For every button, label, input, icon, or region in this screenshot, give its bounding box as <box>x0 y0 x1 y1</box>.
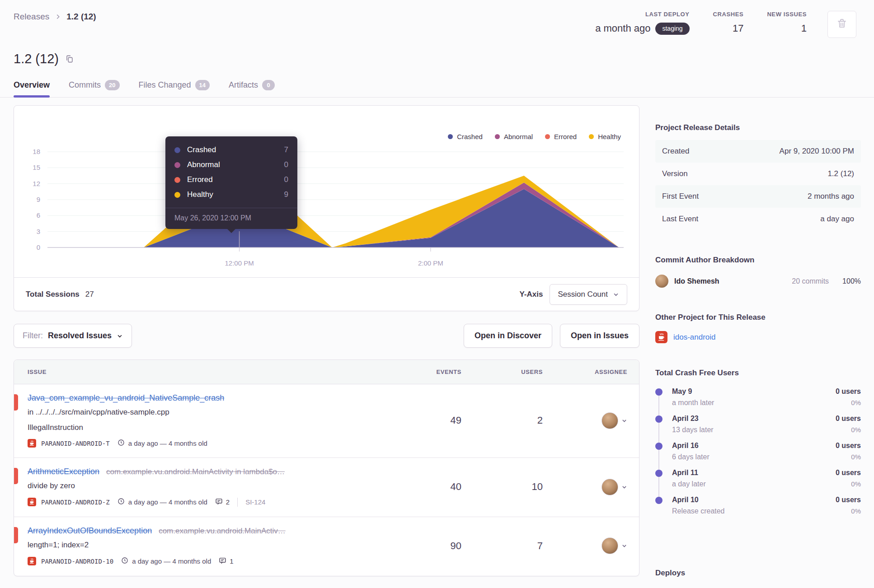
chart-legend: Crashed Abnormal Errored Healthy <box>448 133 621 140</box>
issue-row[interactable]: ArithmeticException com.example.vu.andro… <box>14 458 639 517</box>
issue-message: divide by zero <box>28 481 403 492</box>
header-issue: ISSUE <box>28 369 403 375</box>
tab-artifacts-count: 0 <box>262 80 275 90</box>
svg-text:9: 9 <box>37 196 40 203</box>
stat-last-deploy: LAST DEPLOY a month ago staging <box>595 11 689 35</box>
avatar[interactable] <box>601 412 618 429</box>
breadcrumb-releases-link[interactable]: Releases <box>14 12 49 22</box>
issue-comments[interactable]: 1 <box>219 557 233 566</box>
other-project-link[interactable]: idos-android <box>673 333 716 342</box>
created-label: Created <box>662 147 689 156</box>
timeline-users: 0 users <box>836 442 861 450</box>
deploys-heading: Deploys <box>655 569 861 578</box>
timeline-item: April 10 Release created 0 users 0% <box>655 496 861 515</box>
legend-item-crashed[interactable]: Crashed <box>448 133 483 140</box>
issue-comments[interactable]: 2 <box>215 498 230 507</box>
svg-text:15: 15 <box>33 163 40 171</box>
issue-row[interactable]: Java_com_example_vu_android_NativeSample… <box>14 384 639 458</box>
tooltip-healthy-value: 9 <box>284 190 288 199</box>
timeline-date: May 9 <box>672 387 836 396</box>
healthy-dot-icon <box>174 192 180 198</box>
avatar[interactable] <box>601 537 618 554</box>
release-title-row: 1.2 (12) <box>0 51 874 66</box>
issue-title-link[interactable]: ArithmeticException <box>28 467 99 476</box>
detail-row-last-event: Last Event a day ago <box>655 208 861 230</box>
resolved-marker <box>14 527 18 543</box>
avatar[interactable] <box>601 479 618 495</box>
tab-overview[interactable]: Overview <box>14 80 50 97</box>
tab-commits[interactable]: Commits 20 <box>69 80 119 97</box>
timeline-percent: 0% <box>836 507 861 515</box>
svg-text:2:00 PM: 2:00 PM <box>418 259 443 267</box>
project-slug[interactable]: PARANOID-ANDROID-Z <box>41 499 110 506</box>
issues-table-header: ISSUE EVENTS USERS ASSIGNEE <box>14 360 639 384</box>
tooltip-errored-value: 0 <box>284 175 288 184</box>
stat-new-issues-value: 1 <box>801 23 807 34</box>
errored-dot-icon <box>545 134 550 139</box>
sessions-chart-card: 036912151812:00 PM2:00 PM Crashed Abnorm… <box>14 105 639 311</box>
timeline-users: 0 users <box>836 387 861 396</box>
java-project-icon <box>28 498 36 506</box>
legend-item-errored[interactable]: Errored <box>545 133 577 140</box>
issue-summary: ArrayIndexOutOfBoundsException com.examp… <box>28 526 403 566</box>
issue-events-count: 40 <box>403 481 461 493</box>
issue-users-count: 2 <box>489 415 543 426</box>
timeline-users: 0 users <box>836 469 861 477</box>
copy-icon[interactable] <box>65 55 74 63</box>
svg-text:18: 18 <box>33 148 40 155</box>
total-sessions-label: Total Sessions <box>26 290 80 299</box>
project-slug[interactable]: PARANOID-ANDROID-10 <box>41 558 113 565</box>
other-project-heading: Other Project for This Release <box>655 313 861 322</box>
breadcrumb: Releases 1.2 (12) <box>14 11 96 22</box>
tooltip-row-abnormal: Abnormal 0 <box>174 160 288 169</box>
issues-table: ISSUE EVENTS USERS ASSIGNEE Java_com_exa… <box>14 359 639 576</box>
stat-new-issues-label: NEW ISSUES <box>767 11 807 18</box>
header-assignee: ASSIGNEE <box>568 369 627 375</box>
issues-filter-select[interactable]: Filter: Resolved Issues <box>14 324 132 348</box>
issue-title-link[interactable]: Java_com_example_vu_android_NativeSample… <box>28 393 224 403</box>
java-project-icon <box>28 439 36 448</box>
chevron-down-icon <box>621 418 627 424</box>
sessions-chart[interactable]: 036912151812:00 PM2:00 PM Crashed Abnorm… <box>14 106 639 277</box>
filter-selected-value: Resolved Issues <box>48 331 112 341</box>
assignee-selector[interactable] <box>568 479 627 495</box>
detail-row-first-event: First Event 2 months ago <box>655 185 861 208</box>
tab-files-changed[interactable]: Files Changed 14 <box>139 80 210 97</box>
version-value: 1.2 (12) <box>827 169 854 178</box>
tooltip-row-healthy: Healthy 9 <box>174 190 288 199</box>
project-release-details-heading: Project Release Details <box>655 123 861 132</box>
java-project-icon <box>655 331 667 343</box>
divider <box>237 498 238 507</box>
open-in-discover-button[interactable]: Open in Discover <box>464 324 552 348</box>
page-title: 1.2 (12) <box>14 51 59 66</box>
issue-users-count: 10 <box>489 481 543 493</box>
open-in-issues-button[interactable]: Open in Issues <box>560 324 639 348</box>
tab-overview-label: Overview <box>14 80 50 90</box>
assignee-selector[interactable] <box>568 412 627 429</box>
y-axis-select[interactable]: Session Count <box>550 284 627 305</box>
release-sidebar: Project Release Details Created Apr 9, 2… <box>655 105 861 578</box>
tab-artifacts[interactable]: Artifacts 0 <box>229 80 275 97</box>
tab-commits-label: Commits <box>69 80 101 90</box>
legend-item-abnormal[interactable]: Abnormal <box>495 133 533 140</box>
issue-culprit: com.example.vu.android.MainActivity in l… <box>106 467 285 476</box>
y-axis-label: Y-Axis <box>519 290 543 299</box>
project-slug[interactable]: PARANOID-ANDROID-T <box>41 440 110 447</box>
timeline-dot-icon <box>655 443 663 450</box>
chevron-down-icon <box>613 291 619 298</box>
tooltip-errored-label: Errored <box>187 175 284 184</box>
resolved-marker <box>14 468 18 484</box>
issue-summary: ArithmeticException com.example.vu.andro… <box>28 467 403 507</box>
commit-author-breakdown-heading: Commit Author Breakdown <box>655 256 861 265</box>
delete-release-button[interactable] <box>827 11 856 38</box>
issue-title-link[interactable]: ArrayIndexOutOfBoundsException <box>28 526 152 536</box>
assignee-selector[interactable] <box>568 537 627 554</box>
timeline-date: April 23 <box>672 415 836 423</box>
svg-text:0: 0 <box>37 243 40 251</box>
timeline-note: Release created <box>672 507 836 515</box>
legend-item-healthy[interactable]: Healthy <box>589 133 621 140</box>
issue-row[interactable]: ArrayIndexOutOfBoundsException com.examp… <box>14 517 639 576</box>
detail-row-version: Version 1.2 (12) <box>655 163 861 185</box>
comment-icon <box>219 557 226 566</box>
y-axis-selected-value: Session Count <box>558 290 608 299</box>
